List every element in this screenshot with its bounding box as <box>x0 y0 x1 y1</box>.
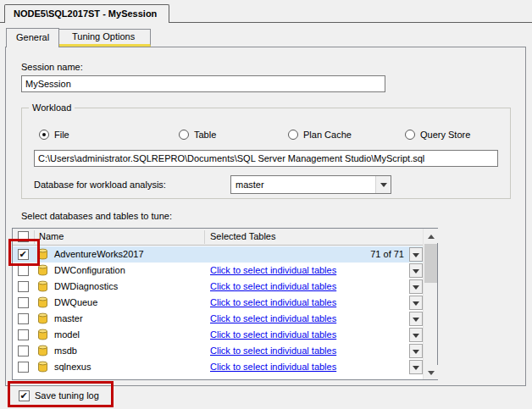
tune-section-label: Select databases and tables to tune: <box>21 211 172 221</box>
table-row-sqlnexus[interactable]: sqlnexus Click to select individual tabl… <box>13 359 423 375</box>
save-tuning-log-checkbox[interactable] <box>19 390 30 401</box>
workload-group-label: Workload <box>29 102 75 113</box>
row-checkbox[interactable] <box>18 362 29 373</box>
row-checkbox[interactable] <box>18 329 29 340</box>
chevron-down-icon <box>413 301 419 306</box>
database-icon <box>37 329 48 340</box>
row-checkbox[interactable] <box>18 313 29 324</box>
chevron-down-icon <box>413 350 419 354</box>
table-row-dwqueue[interactable]: DWQueue Click to select individual table… <box>13 295 423 311</box>
row-dropdown-button[interactable] <box>409 312 423 326</box>
header-divider <box>204 230 205 244</box>
database-icon <box>37 345 48 356</box>
database-analysis-select[interactable]: master <box>230 175 391 194</box>
database-name: DWQueue <box>54 295 97 311</box>
row-dropdown-button[interactable] <box>409 263 423 278</box>
row-dropdown-button[interactable] <box>409 279 423 294</box>
database-icon <box>37 312 48 324</box>
table-scrollbar[interactable] <box>423 229 437 379</box>
row-dropdown-button[interactable] <box>409 296 423 310</box>
session-name-input[interactable] <box>21 75 385 92</box>
scroll-up-button[interactable] <box>424 229 438 243</box>
select-tables-link[interactable]: Click to select individual tables <box>210 313 336 323</box>
table-row-dwconfiguration[interactable]: DWConfiguration Click to select individu… <box>13 263 423 279</box>
database-analysis-value: master <box>236 176 264 193</box>
chevron-down-icon <box>413 285 419 290</box>
radio-query-store[interactable]: Query Store <box>405 129 470 141</box>
select-tables-link[interactable]: Click to select individual tables <box>210 362 336 372</box>
row-dropdown-button[interactable] <box>409 328 423 342</box>
select-tables-link[interactable]: Click to select individual tables <box>210 297 336 307</box>
database-icon <box>37 296 48 308</box>
radio-table[interactable]: Table <box>179 129 216 141</box>
radio-plan-cache-circle[interactable] <box>288 130 298 140</box>
selected-tables-count: 71 of 71 <box>204 246 408 263</box>
row-dropdown-button[interactable] <box>409 344 423 358</box>
workload-file-path-input[interactable] <box>34 150 498 167</box>
row-checkbox[interactable] <box>18 265 29 276</box>
row-dropdown-button[interactable] <box>409 360 423 374</box>
table-row-msdb[interactable]: msdb Click to select individual tables <box>13 343 423 359</box>
radio-query-store-circle[interactable] <box>405 130 415 140</box>
databases-table: Name Selected Tables AdventureWorks2017 … <box>12 228 438 380</box>
database-name: model <box>54 327 80 343</box>
row-checkbox[interactable] <box>18 281 29 292</box>
chevron-down-icon <box>380 183 387 187</box>
radio-table-label: Table <box>194 130 216 140</box>
table-header: Name Selected Tables <box>13 229 437 246</box>
table-row-dwdiagnostics[interactable]: DWDiagnostics Click to select individual… <box>13 279 423 295</box>
column-header-selected-tables[interactable]: Selected Tables <box>210 229 275 245</box>
select-tables-link[interactable]: Click to select individual tables <box>210 281 336 291</box>
database-name: master <box>54 311 83 327</box>
chevron-down-icon <box>413 366 419 370</box>
tab-general-label: General <box>16 32 49 42</box>
workload-groupbox: Workload File Table Plan Cache Query Sto… <box>21 108 511 199</box>
triangle-up-icon <box>428 235 435 239</box>
database-analysis-label: Database for workload analysis: <box>34 180 166 190</box>
save-tuning-log-option[interactable]: Save tuning log <box>19 390 99 403</box>
triangle-down-icon <box>428 371 435 375</box>
header-checkbox[interactable] <box>18 231 29 242</box>
tab-tuning-options[interactable]: Tuning Options <box>56 29 151 47</box>
row-checkbox[interactable] <box>18 345 29 356</box>
combo-dropdown-button[interactable] <box>375 176 391 193</box>
table-row-model[interactable]: model Click to select individual tables <box>13 327 423 343</box>
session-document-tab-label: NODE5\SQL2017ST - MySession <box>14 8 157 19</box>
session-document-tab[interactable]: NODE5\SQL2017ST - MySession <box>4 4 169 23</box>
radio-query-store-label: Query Store <box>420 130 470 140</box>
chevron-down-icon <box>413 269 419 274</box>
radio-file[interactable]: File <box>39 129 69 141</box>
row-checkbox[interactable] <box>18 249 29 260</box>
column-header-name[interactable]: Name <box>39 229 64 245</box>
select-tables-link[interactable]: Click to select individual tables <box>210 329 336 340</box>
database-name: DWDiagnostics <box>54 279 118 295</box>
general-tab-panel: Session name: Workload File Table Plan C… <box>5 47 526 386</box>
radio-file-circle[interactable] <box>39 130 49 140</box>
radio-table-circle[interactable] <box>179 130 189 140</box>
database-name: AdventureWorks2017 <box>54 246 144 263</box>
scroll-down-button[interactable] <box>424 365 438 379</box>
database-icon <box>37 248 48 260</box>
database-icon <box>37 280 48 292</box>
select-tables-link[interactable]: Click to select individual tables <box>210 345 336 356</box>
select-tables-link[interactable]: Click to select individual tables <box>210 265 336 275</box>
table-row-master[interactable]: master Click to select individual tables <box>13 311 423 327</box>
radio-plan-cache-label: Plan Cache <box>303 130 352 140</box>
radio-file-label: File <box>54 130 69 140</box>
document-panel: Tuning Options General Session name: Wor… <box>0 22 532 409</box>
tab-tuning-options-label: Tuning Options <box>72 31 135 41</box>
scrollbar-thumb[interactable] <box>424 244 437 283</box>
database-name: sqlnexus <box>54 359 91 375</box>
database-name: DWConfiguration <box>54 263 125 279</box>
radio-plan-cache[interactable]: Plan Cache <box>288 129 352 141</box>
database-icon <box>37 361 48 373</box>
database-icon <box>37 264 48 276</box>
save-tuning-log-label: Save tuning log <box>35 390 99 401</box>
chevron-down-icon <box>413 334 419 338</box>
chevron-down-icon <box>413 318 419 322</box>
chevron-down-icon <box>413 253 419 257</box>
row-checkbox[interactable] <box>18 297 29 308</box>
row-dropdown-button[interactable] <box>409 247 423 262</box>
table-row-adventureworks2017[interactable]: AdventureWorks2017 71 of 71 <box>13 246 423 263</box>
tab-general[interactable]: General <box>6 28 59 47</box>
